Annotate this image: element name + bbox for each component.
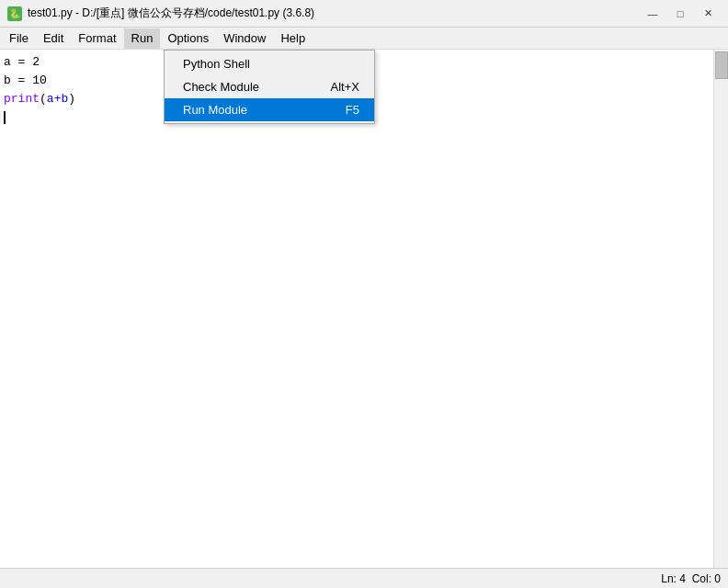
close-button[interactable]: ✕: [695, 5, 721, 23]
code-text-3-paren-close: ): [68, 90, 75, 108]
code-text-3-func: print: [4, 90, 40, 108]
menu-item-format[interactable]: Format: [71, 28, 123, 49]
menu-item-help[interactable]: Help: [273, 28, 313, 49]
run-dropdown-menu: Python Shell Check Module Alt+X Run Modu…: [164, 50, 375, 124]
code-text-1: a = 2: [4, 53, 40, 72]
menu-item-file[interactable]: File: [2, 28, 36, 49]
code-text-3-paren-open: (: [40, 90, 47, 108]
status-bar: Ln: 4 Col: 0: [0, 568, 728, 588]
minimize-button[interactable]: —: [640, 5, 665, 23]
vertical-scrollbar[interactable]: [713, 50, 728, 568]
app-icon: 🐍: [7, 6, 22, 21]
code-text-3-arg: a+b: [47, 90, 68, 108]
dropdown-label-python-shell: Python Shell: [183, 57, 250, 71]
menu-item-run[interactable]: Run: [124, 28, 161, 49]
maximize-button[interactable]: □: [667, 5, 693, 23]
menu-item-edit[interactable]: Edit: [36, 28, 71, 49]
title-bar: 🐍 test01.py - D:/[重点] 微信公众号存档/code/test0…: [0, 0, 728, 28]
menu-item-options[interactable]: Options: [160, 28, 216, 49]
menu-item-window[interactable]: Window: [216, 28, 273, 49]
status-ln: Ln: 4: [661, 572, 686, 585]
editor-cursor: [4, 111, 6, 124]
editor-area[interactable]: a = 2 b = 10 print(a+b): [0, 50, 713, 568]
dropdown-item-run-module[interactable]: Run Module F5: [165, 98, 374, 121]
status-col-separator: [686, 572, 692, 585]
status-col: Col: 0: [692, 572, 721, 585]
editor-container: a = 2 b = 10 print(a+b): [0, 50, 728, 568]
scrollbar-thumb[interactable]: [715, 51, 728, 79]
dropdown-item-check-module[interactable]: Check Module Alt+X: [165, 75, 374, 98]
dropdown-label-run-module: Run Module: [183, 103, 247, 117]
dropdown-shortcut-run-module: F5: [346, 103, 359, 117]
window-title: test01.py - D:/[重点] 微信公众号存档/code/test01.…: [28, 6, 640, 21]
window-controls: — □ ✕: [640, 5, 721, 23]
dropdown-label-check-module: Check Module: [183, 80, 259, 94]
menu-bar: File Edit Format Run Options Window Help…: [0, 28, 728, 50]
dropdown-shortcut-check-module: Alt+X: [331, 80, 359, 94]
dropdown-item-python-shell[interactable]: Python Shell: [165, 52, 374, 75]
code-text-2: b = 10: [4, 72, 47, 90]
